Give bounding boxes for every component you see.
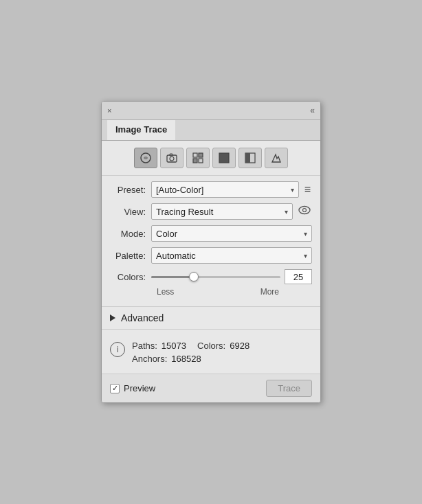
anchors-item: Anchors: 168528 xyxy=(132,354,201,364)
colors-stat-value: 6928 xyxy=(230,341,249,351)
preset-row: Preset: [Auto-Color] ▾ ≡ xyxy=(110,181,312,198)
outline-button[interactable] xyxy=(265,148,288,168)
colors-slider-fill xyxy=(151,276,194,278)
title-bar-left: × xyxy=(107,106,111,115)
preview-checkbox-wrap[interactable]: ✓ Preview xyxy=(110,383,155,393)
palette-arrow: ▾ xyxy=(304,252,307,260)
image-trace-panel: × « Image Trace xyxy=(101,101,321,403)
half-fill-button[interactable] xyxy=(238,148,262,168)
preview-checkbox[interactable]: ✓ xyxy=(110,384,120,393)
colors-value: 25 xyxy=(293,272,303,282)
title-bar: × « xyxy=(102,102,320,120)
mode-arrow: ▾ xyxy=(304,230,307,238)
checkbox-check-icon: ✓ xyxy=(112,384,118,393)
preset-label: Preset: xyxy=(110,185,151,195)
info-section: i Paths: 15073 Colors: 6928 Anchors: 168… xyxy=(102,336,320,374)
grid-icon xyxy=(192,152,204,164)
tab-image-trace[interactable]: Image Trace xyxy=(107,120,175,140)
svg-point-1 xyxy=(144,157,147,159)
icon-row xyxy=(102,141,320,176)
palette-label: Palette: xyxy=(110,251,151,261)
less-label: Less xyxy=(157,287,174,297)
colors-stat-item: Colors: 6928 xyxy=(197,341,249,351)
paths-item: Paths: 15073 xyxy=(132,341,186,351)
preset-arrow: ▾ xyxy=(291,186,294,194)
fill-icon xyxy=(218,152,230,164)
preset-value: [Auto-Color] xyxy=(156,185,203,195)
view-row: View: Tracing Result ▾ xyxy=(110,203,312,220)
auto-trace-icon xyxy=(140,152,152,164)
fill-button[interactable] xyxy=(212,148,236,168)
palette-control-wrap: Automatic ▾ xyxy=(151,247,312,264)
view-arrow: ▾ xyxy=(285,208,288,216)
palette-dropdown[interactable]: Automatic ▾ xyxy=(151,247,312,264)
collapse-button[interactable]: « xyxy=(310,106,315,115)
camera-icon xyxy=(166,152,178,164)
more-label: More xyxy=(260,287,312,297)
svg-point-12 xyxy=(299,207,310,214)
half-fill-icon xyxy=(244,152,256,164)
colors-value-box[interactable]: 25 xyxy=(285,269,312,284)
svg-rect-6 xyxy=(199,153,203,157)
preset-menu-icon[interactable]: ≡ xyxy=(303,182,312,197)
view-control-wrap: Tracing Result ▾ xyxy=(151,203,312,220)
colors-slider-thumb[interactable] xyxy=(189,272,199,282)
colors-control-wrap: 25 xyxy=(151,269,312,284)
mode-dropdown[interactable]: Color ▾ xyxy=(151,225,312,242)
anchors-value: 168528 xyxy=(171,354,201,364)
preset-dropdown[interactable]: [Auto-Color] ▾ xyxy=(151,181,299,198)
info-icon: i xyxy=(110,342,125,357)
paths-value: 15073 xyxy=(162,341,186,351)
view-value: Tracing Result xyxy=(156,207,213,217)
svg-rect-8 xyxy=(199,159,203,163)
mode-value: Color xyxy=(156,229,177,239)
trace-button[interactable]: Trace xyxy=(266,380,312,397)
svg-rect-7 xyxy=(193,159,197,163)
view-dropdown[interactable]: Tracing Result ▾ xyxy=(151,203,293,220)
less-more-row: Less More xyxy=(110,287,312,301)
svg-point-13 xyxy=(303,209,307,212)
advanced-section[interactable]: Advanced xyxy=(102,306,320,330)
palette-value: Automatic xyxy=(156,251,196,261)
preview-label: Preview xyxy=(124,383,155,393)
mode-control-wrap: Color ▾ xyxy=(151,225,312,242)
auto-trace-button[interactable] xyxy=(134,148,157,168)
view-label: View: xyxy=(110,207,151,217)
anchors-label: Anchors: xyxy=(132,354,167,364)
info-row-1: Paths: 15073 Colors: 6928 xyxy=(132,341,312,351)
colors-stat-label: Colors: xyxy=(197,341,225,351)
info-row-2: Anchors: 168528 xyxy=(132,354,312,364)
paths-label: Paths: xyxy=(132,341,157,351)
svg-rect-11 xyxy=(245,153,250,163)
photo-button[interactable] xyxy=(160,148,184,168)
colors-slider-wrap xyxy=(151,276,280,278)
advanced-label: Advanced xyxy=(121,312,164,323)
mode-row: Mode: Color ▾ xyxy=(110,225,312,242)
outline-icon xyxy=(270,152,282,164)
tab-label: Image Trace xyxy=(115,124,167,135)
preset-control-wrap: [Auto-Color] ▾ ≡ xyxy=(151,181,312,198)
view-eye-icon[interactable] xyxy=(297,204,312,219)
mode-label: Mode: xyxy=(110,229,151,239)
svg-rect-9 xyxy=(219,153,229,163)
grid-button[interactable] xyxy=(186,148,210,168)
svg-rect-5 xyxy=(193,153,197,157)
colors-slider-track[interactable] xyxy=(151,276,280,278)
svg-point-3 xyxy=(170,157,174,161)
colors-label: Colors: xyxy=(110,272,151,282)
content-area: Preset: [Auto-Color] ▾ ≡ View: Tracing R… xyxy=(102,176,320,306)
footer: ✓ Preview Trace xyxy=(102,374,320,402)
close-button[interactable]: × xyxy=(107,106,111,115)
palette-row: Palette: Automatic ▾ xyxy=(110,247,312,264)
colors-row: Colors: 25 xyxy=(110,269,312,284)
tab-bar: Image Trace xyxy=(102,120,320,141)
advanced-triangle-icon xyxy=(110,314,115,321)
info-data: Paths: 15073 Colors: 6928 Anchors: 16852… xyxy=(132,341,312,367)
